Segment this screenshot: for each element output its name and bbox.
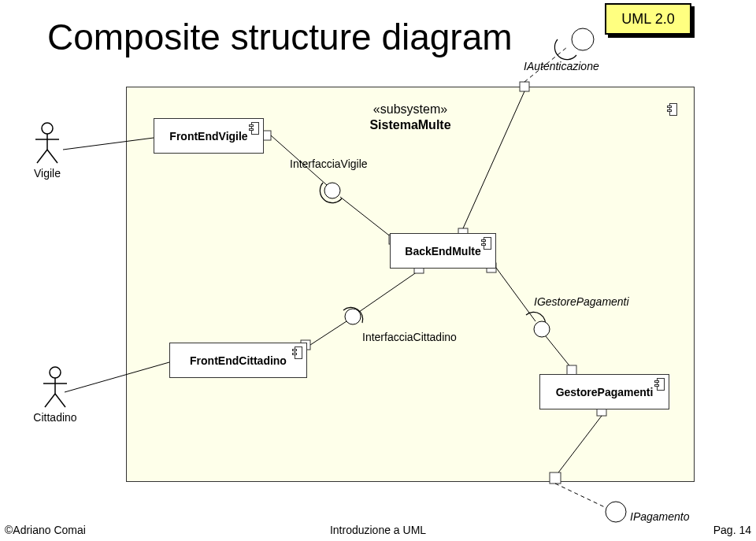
component-frontendvigile: FrontEndVigile	[154, 118, 264, 154]
svg-point-7	[324, 183, 340, 198]
interface-iautenticazione: IAutenticazione	[524, 60, 599, 72]
component-gestorepagamenti: GestorePagamenti	[539, 374, 669, 409]
svg-line-20	[546, 336, 572, 369]
actor-icon	[32, 122, 63, 165]
svg-point-32	[50, 367, 61, 378]
actor-icon	[39, 366, 71, 409]
component-label: GestorePagamenti	[556, 386, 654, 398]
component-label: FrontEndVigile	[169, 130, 247, 143]
footer-center: Introduzione a UML	[0, 524, 756, 536]
component-frontendcittadino: FrontEndCittadino	[169, 343, 307, 378]
component-label: BackEndMulte	[405, 245, 480, 258]
svg-line-36	[55, 394, 65, 407]
svg-point-14	[345, 309, 361, 324]
interface-igestorepagamenti: IGestorePagamenti	[534, 295, 629, 308]
component-label: FrontEndCittadino	[190, 354, 287, 367]
interface-interfacciavigile: InterfacciaVigile	[290, 157, 368, 170]
svg-line-31	[47, 150, 57, 163]
svg-point-4	[572, 28, 594, 50]
svg-line-23	[556, 416, 602, 476]
svg-line-25	[555, 484, 606, 508]
svg-line-0	[63, 138, 154, 150]
svg-point-26	[606, 502, 626, 522]
component-icon	[481, 237, 492, 250]
component-icon	[249, 122, 260, 135]
svg-line-30	[37, 150, 47, 163]
interface-interfacciacittadino: InterfacciaCittadino	[362, 331, 457, 343]
actor-label: Vigile	[28, 167, 67, 180]
actor-label: Cittadino	[28, 411, 83, 424]
svg-line-11	[463, 91, 524, 228]
svg-point-19	[534, 321, 550, 337]
svg-line-35	[45, 394, 55, 407]
svg-rect-2	[520, 82, 529, 91]
component-icon	[292, 346, 303, 359]
actor-vigile: Vigile	[28, 122, 67, 180]
actor-cittadino: Cittadino	[28, 366, 83, 424]
footer-right: Pag. 14	[713, 524, 751, 536]
svg-line-8	[340, 197, 392, 238]
component-icon	[654, 378, 665, 391]
interface-ipagamento: IPagamento	[630, 510, 690, 523]
svg-point-27	[42, 123, 53, 134]
svg-line-13	[310, 321, 346, 345]
connector-layer	[0, 0, 756, 541]
svg-line-15	[359, 272, 417, 312]
component-backendmulte: BackEndMulte	[390, 233, 496, 269]
svg-rect-24	[550, 472, 561, 484]
